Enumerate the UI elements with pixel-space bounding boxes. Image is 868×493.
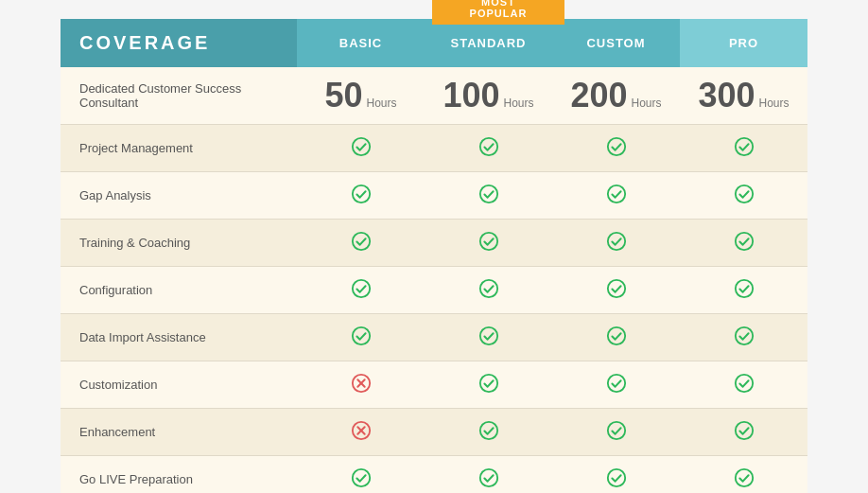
row-7-label: Go LIVE Preparation: [61, 456, 297, 494]
standard-header: STANDARD: [425, 19, 552, 67]
table-row: Gap Analysis: [61, 172, 807, 220]
row-7-pro: [680, 456, 807, 494]
row-0-custom: [552, 125, 680, 172]
svg-point-9: [479, 233, 496, 250]
svg-point-6: [607, 185, 624, 202]
row-2-standard: [425, 220, 552, 267]
row-2-pro: [680, 220, 807, 267]
svg-point-15: [735, 280, 752, 297]
row-7-standard: [425, 456, 552, 494]
svg-point-4: [352, 185, 369, 202]
row-1-label: Gap Analysis: [61, 172, 297, 220]
row-6-custom: [552, 409, 680, 456]
table-row: Enhancement: [61, 409, 807, 456]
row-0-basic: [297, 125, 425, 172]
svg-point-8: [352, 233, 369, 250]
row-3-standard: [425, 267, 552, 314]
consultant-custom: 200 Hours: [552, 67, 680, 125]
svg-point-5: [479, 185, 496, 202]
pro-hours-num: 300: [698, 79, 755, 113]
svg-point-19: [735, 327, 752, 344]
svg-point-3: [735, 138, 752, 155]
svg-point-18: [607, 327, 624, 344]
svg-point-2: [607, 138, 624, 155]
row-3-custom: [552, 267, 680, 314]
standard-hours-unit: Hours: [504, 97, 534, 110]
basic-header: BASIC: [297, 19, 425, 67]
svg-point-31: [735, 422, 752, 439]
row-0-label: Project Management: [61, 125, 297, 172]
svg-point-30: [607, 422, 624, 439]
row-1-standard: [425, 172, 552, 220]
row-5-standard: [425, 361, 552, 409]
row-6-label: Enhancement: [61, 409, 297, 456]
row-5-pro: [680, 361, 807, 409]
row-6-basic: [297, 409, 425, 456]
svg-point-10: [607, 233, 624, 250]
most-popular-badge: MOST POPULAR: [432, 0, 564, 25]
row-5-custom: [552, 361, 680, 409]
basic-hours-unit: Hours: [367, 97, 397, 110]
row-7-basic: [297, 456, 425, 494]
row-5-basic: [297, 361, 425, 409]
row-3-pro: [680, 267, 807, 314]
svg-point-7: [735, 185, 752, 202]
svg-point-0: [352, 138, 369, 155]
svg-point-29: [479, 422, 496, 439]
pro-header: PRO: [680, 19, 807, 67]
svg-point-13: [479, 280, 496, 297]
coverage-title: COVERAGE: [79, 32, 210, 53]
row-6-pro: [680, 409, 807, 456]
row-4-label: Data Import Assistance: [61, 314, 297, 361]
table-row: Go LIVE Preparation: [61, 456, 807, 494]
table-row: Customization: [61, 361, 807, 409]
custom-header: CUSTOM: [552, 19, 680, 67]
table-row: Configuration: [61, 267, 807, 314]
row-2-label: Training & Coaching: [61, 220, 297, 267]
svg-point-12: [352, 280, 369, 297]
svg-point-16: [352, 327, 369, 344]
row-1-basic: [297, 172, 425, 220]
svg-point-17: [479, 327, 496, 344]
comparison-table: MOST POPULAR COVERAGE BASIC STANDARD CUS…: [61, 19, 807, 493]
svg-point-33: [479, 469, 496, 486]
row-5-label: Customization: [61, 361, 297, 409]
pro-hours-unit: Hours: [759, 97, 790, 110]
row-1-pro: [680, 172, 807, 220]
coverage-header: COVERAGE: [61, 19, 297, 67]
svg-point-35: [735, 469, 752, 486]
row-4-custom: [552, 314, 680, 361]
row-6-standard: [425, 409, 552, 456]
consultant-row: Dedicated Customer Success Consultant 50…: [61, 67, 807, 125]
row-2-basic: [297, 220, 425, 267]
consultant-standard: 100 Hours: [425, 67, 552, 125]
table-row: Training & Coaching: [61, 220, 807, 267]
row-0-standard: [425, 125, 552, 172]
svg-point-1: [479, 138, 496, 155]
custom-hours-num: 200: [570, 79, 627, 113]
consultant-label: Dedicated Customer Success Consultant: [61, 67, 297, 125]
table-row: Project Management: [61, 125, 807, 172]
table-row: Data Import Assistance: [61, 314, 807, 361]
row-4-basic: [297, 314, 425, 361]
svg-point-34: [607, 469, 624, 486]
row-7-custom: [552, 456, 680, 494]
row-3-label: Configuration: [61, 267, 297, 314]
row-0-pro: [680, 125, 807, 172]
svg-point-14: [607, 280, 624, 297]
basic-hours-num: 50: [324, 79, 362, 113]
svg-point-32: [352, 469, 369, 486]
svg-point-23: [479, 375, 496, 392]
row-3-basic: [297, 267, 425, 314]
row-4-pro: [680, 314, 807, 361]
svg-point-25: [735, 375, 752, 392]
consultant-basic: 50 Hours: [297, 67, 425, 125]
row-4-standard: [425, 314, 552, 361]
consultant-pro: 300 Hours: [680, 67, 807, 125]
custom-hours-unit: Hours: [632, 97, 662, 110]
standard-hours-num: 100: [443, 79, 499, 113]
row-2-custom: [552, 220, 680, 267]
svg-point-24: [607, 375, 624, 392]
row-1-custom: [552, 172, 680, 220]
svg-point-11: [735, 233, 752, 250]
